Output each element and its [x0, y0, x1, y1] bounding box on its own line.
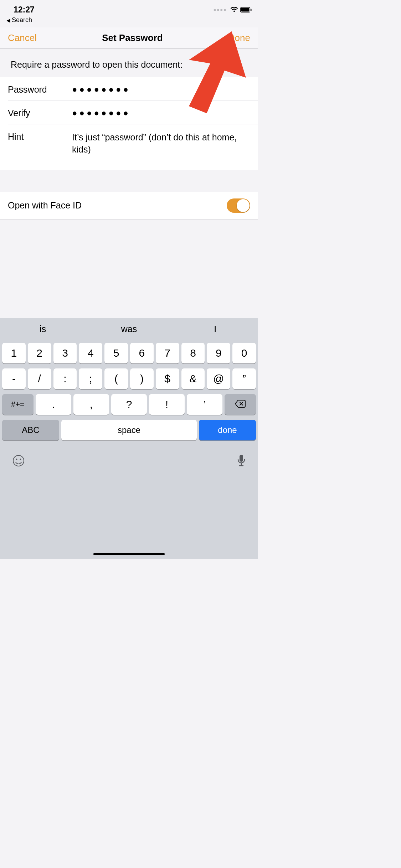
- key-exclaim[interactable]: !: [149, 394, 185, 415]
- done-button[interactable]: Done: [228, 32, 250, 43]
- battery-icon: [240, 7, 252, 12]
- verify-value[interactable]: ●●●●●●●●: [72, 107, 250, 118]
- key-0[interactable]: 0: [232, 343, 256, 363]
- key-amp[interactable]: &: [181, 368, 205, 389]
- key-openparen[interactable]: (: [104, 368, 128, 389]
- backspace-icon: [235, 398, 246, 410]
- key-1[interactable]: 1: [2, 343, 26, 363]
- key-2[interactable]: 2: [28, 343, 51, 363]
- password-form: Password ●●●●●●●● Verify ●●●●●●●● Hint I…: [0, 77, 258, 170]
- emoji-icon: [12, 463, 25, 468]
- faceid-block: Open with Face ID: [0, 192, 258, 219]
- key-colon[interactable]: :: [53, 368, 77, 389]
- key-3[interactable]: 3: [53, 343, 77, 363]
- key-quote[interactable]: ”: [232, 368, 256, 389]
- nav-bar: Cancel Set Password Done: [0, 27, 258, 49]
- key-semicolon[interactable]: ;: [79, 368, 102, 389]
- faceid-row: Open with Face ID: [0, 192, 258, 219]
- key-space[interactable]: space: [61, 420, 197, 440]
- key-slash[interactable]: /: [28, 368, 51, 389]
- section-header: Require a password to open this document…: [0, 49, 258, 77]
- back-triangle-icon: ◀: [6, 17, 10, 23]
- key-row-3: #+= . , ? ! ’: [2, 394, 256, 415]
- home-indicator[interactable]: [93, 553, 165, 555]
- svg-point-5: [16, 459, 17, 460]
- keyboard-suggestions: is was I: [0, 318, 258, 340]
- svg-rect-2: [251, 9, 252, 11]
- keyboard: is was I 1 2 3 4 5 6 7 8 9 0 - / : ; ( )…: [0, 318, 258, 559]
- key-row-2: - / : ; ( ) $ & @ ”: [2, 368, 256, 389]
- faceid-label: Open with Face ID: [8, 200, 82, 211]
- emoji-button[interactable]: [12, 454, 25, 468]
- verify-row[interactable]: Verify ●●●●●●●●: [8, 100, 258, 124]
- key-delete[interactable]: [225, 394, 256, 415]
- key-dash[interactable]: -: [2, 368, 26, 389]
- key-at[interactable]: @: [207, 368, 230, 389]
- key-8[interactable]: 8: [181, 343, 205, 363]
- verify-label: Verify: [8, 107, 72, 118]
- key-4[interactable]: 4: [79, 343, 102, 363]
- key-symbols[interactable]: #+=: [2, 394, 34, 415]
- key-row-4: ABC space done: [2, 420, 256, 440]
- cancel-button[interactable]: Cancel: [8, 32, 37, 43]
- back-label: Search: [12, 16, 32, 24]
- faceid-toggle[interactable]: [227, 198, 250, 213]
- password-row[interactable]: Password ●●●●●●●●: [0, 77, 258, 100]
- hint-label: Hint: [8, 130, 72, 142]
- key-apostrophe[interactable]: ’: [187, 394, 222, 415]
- status-bar: 12:27 ●●●●: [0, 0, 258, 16]
- microphone-icon: [237, 463, 246, 469]
- suggestion-1[interactable]: is: [0, 318, 86, 340]
- key-6[interactable]: 6: [130, 343, 154, 363]
- key-closeparen[interactable]: ): [130, 368, 154, 389]
- dictation-button[interactable]: [237, 454, 246, 469]
- wifi-icon: [230, 7, 238, 12]
- status-right: ●●●●: [213, 7, 252, 12]
- key-5[interactable]: 5: [104, 343, 128, 363]
- key-period[interactable]: .: [36, 394, 71, 415]
- hint-row[interactable]: Hint It’s just “password” (don’t do this…: [8, 124, 258, 170]
- page-title: Set Password: [102, 32, 163, 43]
- hint-value[interactable]: It’s just “password” (don’t do this at h…: [72, 130, 250, 156]
- svg-rect-7: [240, 455, 243, 462]
- suggestion-2[interactable]: was: [86, 318, 172, 340]
- svg-rect-1: [241, 8, 250, 11]
- key-comma[interactable]: ,: [73, 394, 109, 415]
- key-rows: 1 2 3 4 5 6 7 8 9 0 - / : ; ( ) $ & @ ” …: [0, 340, 258, 440]
- key-row-1: 1 2 3 4 5 6 7 8 9 0: [2, 343, 256, 363]
- keyboard-bottom: [0, 445, 258, 469]
- key-9[interactable]: 9: [207, 343, 230, 363]
- status-time: 12:27: [14, 5, 35, 15]
- svg-point-4: [13, 455, 24, 466]
- password-value[interactable]: ●●●●●●●●: [72, 83, 250, 94]
- password-label: Password: [8, 83, 72, 95]
- key-7[interactable]: 7: [156, 343, 179, 363]
- signal-dots-icon: ●●●●: [213, 7, 227, 12]
- key-question[interactable]: ?: [111, 394, 147, 415]
- back-to-search[interactable]: ◀ Search: [0, 16, 258, 27]
- key-dollar[interactable]: $: [156, 368, 179, 389]
- svg-point-6: [20, 459, 21, 460]
- key-abc[interactable]: ABC: [2, 420, 59, 440]
- key-done[interactable]: done: [199, 420, 256, 440]
- suggestion-3[interactable]: I: [172, 318, 258, 340]
